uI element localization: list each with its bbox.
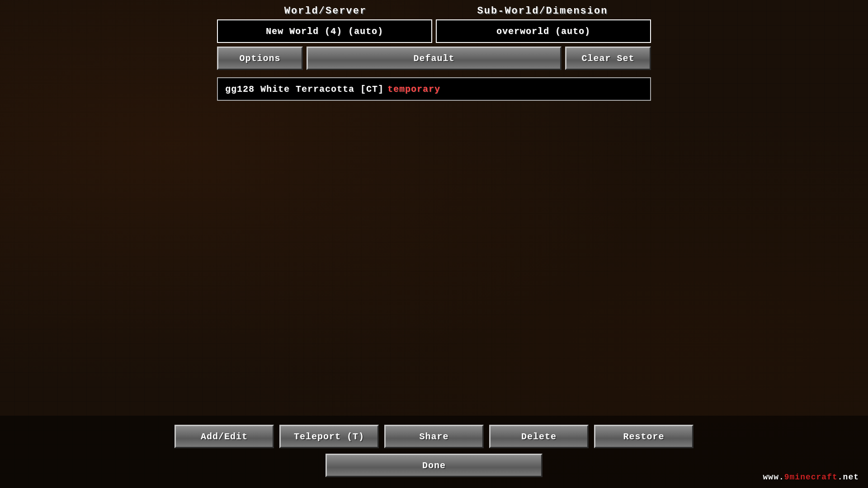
list-item-status: temporary (387, 84, 440, 94)
bottom-bar: Add/Edit Teleport (T) Share Delete Resto… (0, 416, 868, 488)
sub-world-dimension-label: Sub-World/Dimension (434, 5, 651, 17)
done-button[interactable]: Done (326, 454, 542, 477)
world-server-label: World/Server (217, 5, 434, 17)
delete-button[interactable]: Delete (489, 425, 589, 448)
world-server-dropdown[interactable]: New World (4) (auto) (217, 19, 432, 43)
options-button[interactable]: Options (217, 47, 303, 70)
default-button[interactable]: Default (307, 47, 561, 70)
share-button[interactable]: Share (384, 425, 484, 448)
watermark: www.9minecraft.net (763, 473, 859, 482)
clear-set-button[interactable]: Clear Set (565, 47, 651, 70)
teleport-button[interactable]: Teleport (T) (279, 425, 379, 448)
add-edit-button[interactable]: Add/Edit (175, 425, 274, 448)
list-item[interactable]: gg128 White Terracotta [CT] temporary (217, 77, 651, 101)
list-item-name: gg128 White Terracotta [CT] (225, 84, 384, 94)
sub-world-dropdown[interactable]: overworld (auto) (436, 19, 651, 43)
restore-button[interactable]: Restore (594, 425, 693, 448)
